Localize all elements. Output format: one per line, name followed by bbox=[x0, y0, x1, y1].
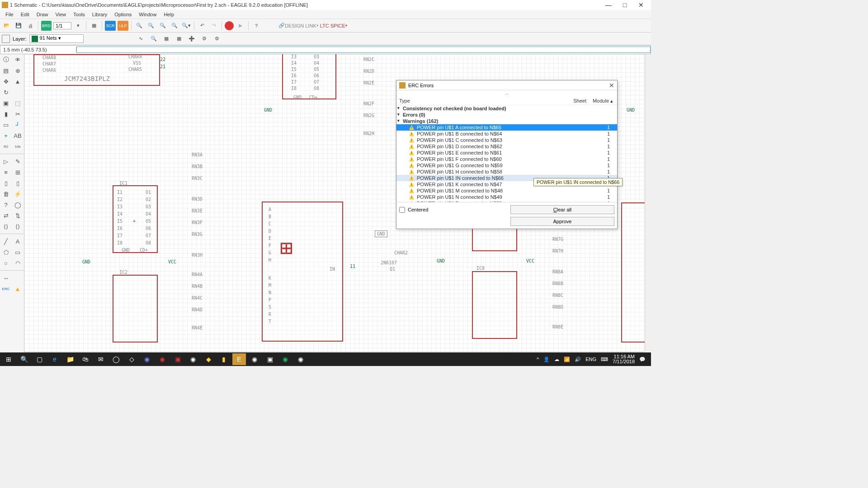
go-icon[interactable]: ▶ bbox=[236, 21, 245, 31]
mark-icon[interactable]: ⊕ bbox=[12, 65, 24, 76]
menu-tools[interactable]: Tools bbox=[70, 12, 89, 17]
explorer-icon[interactable]: 📁 bbox=[63, 353, 77, 365]
eagle-icon[interactable]: E bbox=[232, 353, 246, 365]
name-icon[interactable]: AB bbox=[12, 130, 24, 141]
erc-item[interactable]: !POWER pin U$1 H connected to N$581 bbox=[396, 169, 617, 175]
library-icon[interactable]: ▦ bbox=[89, 21, 99, 31]
wire-icon[interactable]: ┘ bbox=[12, 119, 24, 130]
notes-icon[interactable]: ▮ bbox=[217, 353, 231, 365]
line-icon[interactable]: ╱ bbox=[0, 236, 12, 247]
save-icon[interactable]: 💾 bbox=[14, 21, 24, 31]
delete-icon[interactable]: ▭ bbox=[0, 119, 12, 130]
col-module[interactable]: Module bbox=[586, 98, 609, 104]
menu-window[interactable]: Window bbox=[135, 12, 160, 17]
trash-icon[interactable]: 🗑 bbox=[0, 188, 12, 199]
tray-clock[interactable]: 11:16 AM 7/11/2018 bbox=[613, 354, 635, 364]
collapse-handle[interactable]: ︿ bbox=[396, 90, 617, 97]
replace-icon[interactable]: 10k bbox=[12, 141, 24, 152]
erc-list[interactable]: Consistency not checked (no board loaded… bbox=[396, 105, 617, 202]
edge-icon[interactable]: e bbox=[48, 353, 61, 365]
maximize-button[interactable]: □ bbox=[617, 1, 633, 9]
pen-icon[interactable]: ✎ bbox=[12, 156, 24, 167]
group-warnings[interactable]: Warnings (162) bbox=[396, 118, 617, 124]
clear-all-button[interactable]: Clear all bbox=[510, 205, 614, 214]
app-icon[interactable]: ◇ bbox=[125, 353, 138, 365]
erc-item[interactable]: !POWER pin U$1 E connected to N$611 bbox=[396, 150, 617, 156]
help-icon[interactable]: ? bbox=[251, 21, 261, 31]
zoom-in-icon[interactable]: 🔍 bbox=[134, 21, 144, 31]
add-part-icon[interactable]: + bbox=[0, 130, 12, 141]
tray-people-icon[interactable]: 👤 bbox=[543, 357, 550, 362]
zoom-out-icon[interactable]: 🔍 bbox=[146, 21, 156, 31]
circle-icon[interactable]: ○ bbox=[0, 258, 12, 268]
circle-tool-icon[interactable]: ◯ bbox=[12, 199, 24, 210]
move-icon[interactable]: ✥ bbox=[0, 76, 12, 87]
app3-icon[interactable]: ◆ bbox=[202, 353, 215, 365]
app2-icon[interactable]: ◉ bbox=[156, 353, 169, 365]
grid-snap-icon[interactable]: ▦ bbox=[174, 34, 184, 44]
erc-item[interactable]: !POWER pin U$1 B connected to N$641 bbox=[396, 131, 617, 137]
junction2-icon[interactable]: ▯ bbox=[12, 178, 24, 188]
erc-item[interactable]: !POWER pin U$1 D connected to N$621 bbox=[396, 143, 617, 150]
store-icon[interactable]: 🛍 bbox=[79, 353, 92, 365]
adobe-icon[interactable]: ▣ bbox=[171, 353, 184, 365]
poly-icon[interactable]: ⬠ bbox=[0, 247, 12, 258]
open-icon[interactable]: 📂 bbox=[2, 21, 12, 31]
grid-icon[interactable] bbox=[2, 35, 10, 43]
col-sheet[interactable]: Sheet bbox=[564, 98, 586, 104]
erc-item[interactable]: !POWER pin U$1 P connected to N$501 bbox=[396, 200, 617, 202]
discord-icon[interactable]: ◉ bbox=[140, 353, 154, 365]
tray-notif-icon[interactable]: 💬 bbox=[639, 357, 646, 362]
board-button[interactable]: BRD bbox=[41, 21, 52, 31]
wire-style-icon[interactable]: ∿ bbox=[136, 34, 146, 44]
col-type[interactable]: Type bbox=[399, 98, 564, 104]
zoom-fit-icon[interactable]: 🔍 bbox=[158, 21, 168, 31]
close-button[interactable]: ✕ bbox=[633, 1, 649, 9]
gateswap-icon[interactable]: ⇅ bbox=[12, 210, 24, 221]
bus-icon[interactable]: ⊞ bbox=[12, 167, 24, 178]
dim-icon[interactable]: ↔ bbox=[0, 272, 12, 283]
scroll-up-icon[interactable]: ▴ bbox=[609, 98, 614, 104]
split-icon[interactable]: ⟨⟩ bbox=[0, 221, 12, 232]
menu-edit[interactable]: Edit bbox=[17, 12, 33, 17]
menu-options[interactable]: Options bbox=[111, 12, 135, 17]
copy-icon[interactable]: ▣ bbox=[0, 98, 12, 108]
ltspice-button[interactable]: LTC SPICE▾ bbox=[320, 21, 347, 31]
mirror-icon[interactable]: ▲ bbox=[12, 76, 24, 87]
redraw-icon[interactable]: 🔍▾ bbox=[181, 21, 191, 31]
sheet-select[interactable]: 1/1 bbox=[53, 22, 71, 29]
taskview-icon[interactable]: ▢ bbox=[33, 353, 46, 365]
minimize-button[interactable]: — bbox=[600, 1, 617, 9]
menu-library[interactable]: Library bbox=[89, 12, 111, 17]
eye-icon[interactable]: 👁 bbox=[12, 54, 24, 65]
erc-item[interactable]: !POWER pin U$1 N connected to N$491 bbox=[396, 194, 617, 200]
tray-cloud-icon[interactable]: ☁ bbox=[554, 357, 559, 362]
approve-button[interactable]: Approve bbox=[510, 217, 614, 226]
stop-icon[interactable] bbox=[225, 21, 234, 30]
erc-item[interactable]: !POWER pin U$1 C connected to N$631 bbox=[396, 137, 617, 143]
search-icon[interactable]: 🔍 bbox=[17, 353, 31, 365]
gear2-icon[interactable]: ⚙ bbox=[212, 34, 222, 44]
add-icon[interactable]: ➕ bbox=[187, 34, 197, 44]
vscrollbar[interactable] bbox=[645, 54, 651, 352]
scr-button[interactable]: SCR bbox=[105, 21, 116, 31]
rotate-icon[interactable]: ↻ bbox=[0, 87, 12, 98]
arc-icon[interactable]: ◠ bbox=[12, 258, 24, 268]
tray-lang[interactable]: ENG bbox=[585, 357, 596, 362]
steam2-icon[interactable]: ◉ bbox=[294, 353, 307, 365]
ulp-button[interactable]: ULP bbox=[118, 21, 128, 31]
menu-draw[interactable]: Draw bbox=[33, 12, 52, 17]
value-icon[interactable]: R2 bbox=[0, 141, 12, 152]
menu-view[interactable]: View bbox=[52, 12, 70, 17]
erc-item[interactable]: !POWER pin U$1 A connected to N$651 bbox=[396, 124, 617, 131]
menu-help[interactable]: Help bbox=[160, 12, 178, 17]
label-icon[interactable]: ? bbox=[0, 199, 12, 210]
invoke-icon[interactable]: ⟨⟩ bbox=[12, 221, 24, 232]
group-icon[interactable]: ⬚ bbox=[12, 98, 24, 108]
erc-item[interactable]: !POWER pin U$1 F connected to N$601 bbox=[396, 156, 617, 162]
tray-wifi-icon[interactable]: 📶 bbox=[564, 357, 570, 362]
erc-item[interactable]: !POWER pin U$1 M connected to N$481 bbox=[396, 188, 617, 194]
spotify-icon[interactable]: ◉ bbox=[278, 353, 292, 365]
erc-close-button[interactable]: ✕ bbox=[609, 82, 614, 89]
tray-keyboard-icon[interactable]: ⌨ bbox=[601, 357, 608, 362]
